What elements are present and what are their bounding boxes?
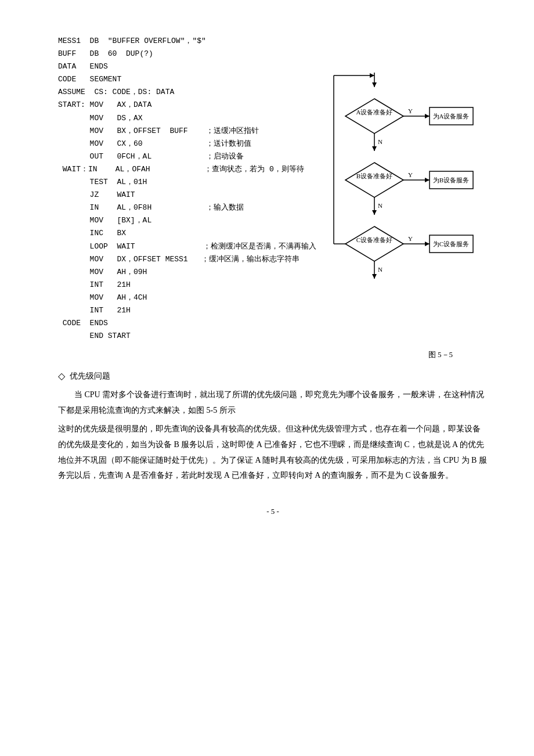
svg-marker-1 <box>372 82 377 87</box>
svg-marker-4 <box>425 114 430 118</box>
c-yes-label: Y <box>408 235 413 242</box>
code-block: MESS1 DB "BUFFER OVERFLOW"，"$" BUFF DB 6… <box>58 35 316 347</box>
svg-marker-13 <box>372 210 377 215</box>
a-no-label: N <box>378 138 383 145</box>
svg-marker-23 <box>370 73 374 78</box>
c-service-label: 为C设备服务 <box>432 240 468 247</box>
paragraph-1: 当 CPU 需对多个设备进行查询时，就出现了所谓的优先级问题，即究竟先为哪个设备… <box>58 387 488 418</box>
node-b-label: B设备准备好 <box>356 172 392 179</box>
b-service-label: 为B设备服务 <box>432 177 468 183</box>
flowchart-container: A设备准备好 Y 为A设备服务 N B设备准备好 Y 为B设备服务 <box>328 70 479 293</box>
svg-marker-14 <box>345 226 403 261</box>
figure-caption: 图 5－5 <box>58 350 488 360</box>
a-service-label: 为A设备服务 <box>432 113 469 120</box>
page-number: - 5 - <box>58 507 488 516</box>
node-c-label: C设备准备好 <box>356 236 392 243</box>
paragraph-2: 这时的优先级是很明显的，即先查询的设备具有较高的优先级。但这种优先级管理方式，也… <box>58 422 488 483</box>
c-no-label: N <box>378 266 383 273</box>
svg-marker-16 <box>425 242 430 246</box>
a-yes-label: Y <box>408 107 413 114</box>
svg-marker-7 <box>372 146 377 151</box>
b-no-label: N <box>378 202 383 209</box>
flowchart-svg: A设备准备好 Y 为A设备服务 N B设备准备好 Y 为B设备服务 <box>328 70 479 290</box>
assembly-code: MESS1 DB "BUFFER OVERFLOW"，"$" BUFF DB 6… <box>58 35 316 343</box>
section-title: ◇ 优先级问题 <box>58 370 488 381</box>
svg-marker-8 <box>345 163 403 197</box>
node-a-label: A设备准备好 <box>356 109 392 116</box>
code-and-diagram: MESS1 DB "BUFFER OVERFLOW"，"$" BUFF DB 6… <box>58 35 488 347</box>
svg-marker-2 <box>345 99 403 134</box>
b-yes-label: Y <box>408 171 413 178</box>
section-title-text: 优先级问题 <box>70 371 110 381</box>
bullet-icon: ◇ <box>58 370 65 381</box>
svg-marker-10 <box>425 178 430 182</box>
svg-marker-19 <box>372 274 377 279</box>
